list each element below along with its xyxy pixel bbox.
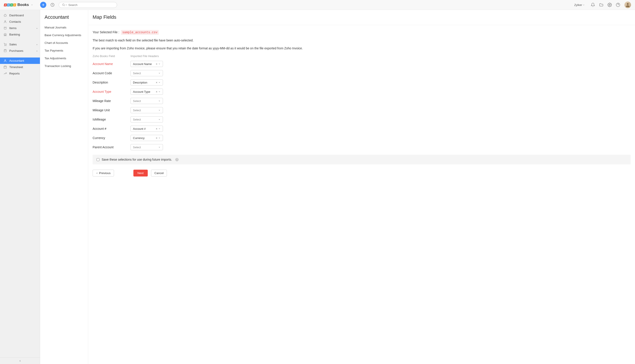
select-value: Account Type [133, 90, 156, 94]
sidebar-item-banking[interactable]: Banking [0, 31, 40, 38]
settings-icon[interactable] [607, 3, 612, 7]
org-switcher[interactable]: Zylker [574, 3, 585, 6]
folder-icon[interactable] [599, 3, 603, 7]
subside-item-chart-of-accounts[interactable]: Chart of Accounts [40, 39, 88, 47]
subside-item-tax-adjustments[interactable]: Tax Adjustments [40, 54, 88, 62]
chevron-right-icon: ▸ [37, 27, 38, 29]
help-icon[interactable]: ? [175, 158, 179, 161]
secondary-sidebar: Accountant Manual JournalsBase Currency … [40, 10, 88, 364]
select-value: Select [133, 146, 158, 149]
select-value: Description [133, 81, 156, 84]
selected-file-label: Your Selected File : [93, 30, 119, 34]
svg-point-6 [616, 3, 620, 7]
field-label: Account Type [93, 90, 131, 94]
help-icon[interactable] [616, 3, 620, 7]
selected-file-line: Your Selected File : sample_accounts.csv [93, 30, 630, 34]
clear-icon[interactable]: × [156, 62, 157, 66]
column-header-zoho-field: Zoho Books Field [93, 54, 131, 58]
field-row: Account TypeAccount Type× [93, 88, 630, 95]
sidebar-item-reports[interactable]: Reports [0, 70, 40, 77]
chevron-right-icon: ▸ [37, 50, 38, 52]
field-label: IsMileage [93, 118, 131, 121]
sidebar-item-label: Timesheet [9, 66, 23, 69]
sidebar-item-sales[interactable]: Sales▸ [0, 41, 40, 48]
field-header-select[interactable]: Currency× [131, 135, 163, 141]
svg-point-8 [627, 3, 628, 5]
select-value: Select [133, 109, 158, 112]
chevron-down-icon[interactable] [31, 4, 33, 6]
field-header-select[interactable]: Select [131, 107, 163, 113]
subside-item-base-currency-adjustments[interactable]: Base Currency Adjustments [40, 31, 88, 39]
select-value: Account # [133, 127, 156, 130]
save-selections-box: Save these selections for use during fut… [93, 155, 630, 164]
svg-point-11 [6, 46, 6, 46]
clear-icon[interactable]: × [156, 90, 157, 94]
wizard-buttons: Previous Next Cancel [93, 170, 630, 176]
search-input[interactable] [68, 3, 114, 6]
field-label: Account Name [93, 62, 131, 66]
field-header-select[interactable]: Select [131, 116, 163, 122]
quick-add-button[interactable] [40, 2, 46, 8]
user-avatar[interactable] [624, 2, 631, 8]
save-selections-checkbox[interactable] [97, 158, 100, 161]
field-row: Account CodeSelect [93, 70, 630, 76]
clear-icon[interactable]: × [156, 127, 157, 130]
mapping-column-headers: Zoho Books Field Imported File Headers [93, 54, 630, 58]
field-header-select[interactable]: Account Type× [131, 88, 163, 95]
select-value: Select [133, 118, 158, 121]
sidebar-item-contacts[interactable]: Contacts [0, 18, 40, 25]
primary-sidebar: DashboardContactsItems▸BankingSales▸Purc… [0, 10, 40, 364]
sidebar-item-dashboard[interactable]: Dashboard [0, 12, 40, 18]
chevron-left-icon [96, 172, 98, 174]
items-icon [4, 26, 7, 30]
chevron-down-icon [158, 100, 161, 102]
chevron-down-icon [158, 146, 161, 148]
select-value: Currency [133, 136, 156, 140]
field-label: Mileage Unit [93, 108, 131, 112]
field-header-select[interactable]: Select [131, 144, 163, 150]
clear-icon[interactable]: × [156, 136, 157, 140]
sidebar-collapse-button[interactable] [0, 358, 40, 364]
search-box[interactable]: ▾ [59, 2, 117, 8]
subside-item-manual-journals[interactable]: Manual Journals [40, 24, 88, 31]
select-value: Select [133, 99, 158, 103]
sidebar-item-purchases[interactable]: Purchases▸ [0, 48, 40, 54]
field-row: Mileage RateSelect [93, 98, 630, 104]
page-title: Map Fields [93, 14, 630, 20]
main-content: Map Fields Your Selected File : sample_a… [88, 10, 635, 364]
zoho-logo-icon: ZOHO [4, 4, 16, 6]
field-header-select[interactable]: Select [131, 98, 163, 104]
sidebar-item-label: Items [9, 26, 17, 30]
recent-activity-icon[interactable] [50, 3, 55, 7]
previous-button[interactable]: Previous [93, 170, 114, 176]
main-header: Map Fields [88, 10, 635, 25]
subside-item-transaction-locking[interactable]: Transaction Locking [40, 62, 88, 70]
subside-item-tax-payments[interactable]: Tax Payments [40, 47, 88, 54]
sidebar-item-label: Purchases [9, 49, 23, 52]
sidebar-item-timesheet[interactable]: Timesheet [0, 64, 40, 70]
clear-icon[interactable]: × [156, 81, 157, 84]
previous-button-label: Previous [99, 172, 111, 175]
column-header-imported-header: Imported File Headers [131, 54, 159, 58]
chevron-left-icon [19, 360, 22, 362]
next-button[interactable]: Next [133, 170, 148, 176]
sidebar-item-items[interactable]: Items▸ [0, 25, 40, 31]
notifications-icon[interactable] [591, 3, 595, 7]
chevron-down-icon [158, 137, 161, 139]
search-scope-dropdown-icon[interactable]: ▾ [66, 4, 67, 6]
field-header-select[interactable]: Account #× [131, 126, 163, 132]
field-header-select[interactable]: Select [131, 70, 163, 76]
sidebar-item-accountant[interactable]: Accountant [0, 58, 40, 64]
secondary-sidebar-title: Accountant [40, 14, 88, 24]
save-selections-label: Save these selections for use during fut… [102, 158, 172, 161]
select-value: Account Name [133, 62, 156, 66]
cancel-button[interactable]: Cancel [151, 170, 167, 176]
banking-icon [4, 33, 7, 36]
field-header-select[interactable]: Description× [131, 79, 163, 86]
org-name: Zylker [574, 3, 582, 6]
field-header-select[interactable]: Account Name× [131, 61, 163, 67]
reports-icon [4, 72, 7, 75]
field-label: Parent Account [93, 146, 131, 149]
logo-area[interactable]: ZOHO Books [4, 3, 40, 7]
sidebar-item-label: Contacts [9, 20, 21, 23]
